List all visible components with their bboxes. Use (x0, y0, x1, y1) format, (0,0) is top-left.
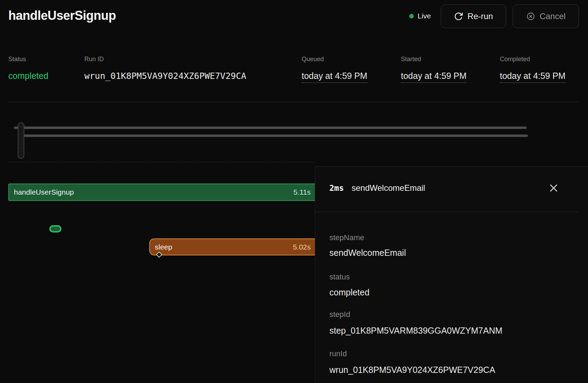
circle-x-icon (526, 12, 535, 21)
sleep-span-label: sleep (155, 243, 172, 251)
workflow-run-page: handleUserSignup Live Re-run Cancel Stat… (0, 0, 588, 383)
field-label-stepid: stepId (329, 310, 350, 319)
cancel-button[interactable]: Cancel (513, 5, 579, 28)
run-id-label: Run ID (84, 56, 104, 63)
minimap-divider (8, 162, 314, 162)
panel-close-button[interactable] (548, 181, 562, 195)
refresh-icon (454, 12, 463, 21)
rerun-label: Re-run (468, 11, 493, 21)
started-value: today at 4:59 PM (401, 71, 467, 83)
page-title: handleUserSignup (8, 8, 116, 23)
minimap-sleep-span-bar (20, 135, 528, 137)
field-value-runid: wrun_01K8PM5VA9Y024XZ6PWE7V29CA (329, 365, 495, 375)
live-dot-icon (409, 14, 414, 18)
root-span-label: handleUserSignup (14, 188, 74, 196)
sleep-span-bar[interactable]: sleep 5.02s (149, 238, 315, 255)
timeline-minimap[interactable] (0, 102, 588, 162)
queued-label: Queued (302, 56, 324, 63)
selected-step-pill[interactable] (49, 225, 61, 233)
started-label: Started (401, 56, 421, 63)
minimap-root-span-bar (14, 127, 527, 129)
root-span-duration: 5.11s (293, 188, 311, 196)
field-label-stepname: stepName (329, 233, 364, 242)
live-indicator: Live (409, 12, 431, 20)
field-value-stepname: sendWelcomeEmail (329, 248, 406, 258)
queued-value: today at 4:59 PM (302, 71, 367, 83)
completed-value: today at 4:59 PM (500, 71, 565, 83)
rerun-button[interactable]: Re-run (441, 5, 506, 28)
step-panel-title: sendWelcomeEmail (352, 183, 425, 193)
cancel-label: Cancel (540, 11, 566, 21)
step-duration-badge: 2ms (329, 184, 344, 193)
close-icon (548, 183, 562, 193)
run-id-value: wrun_01K8PM5VA9Y024XZ6PWE7V29CA (84, 71, 246, 81)
step-detail-panel: 2ms sendWelcomeEmail stepName sendWelcom… (315, 166, 588, 383)
sleep-span-duration: 5.02s (293, 243, 311, 251)
status-label: Status (8, 56, 26, 63)
panel-header-divider (315, 212, 579, 212)
live-label: Live (418, 12, 431, 20)
minimap-viewport-handle[interactable] (18, 122, 24, 159)
field-value-status: completed (329, 287, 369, 298)
completed-label: Completed (500, 56, 530, 63)
field-label-status: status (329, 272, 350, 282)
field-label-runid: runId (329, 349, 347, 358)
field-value-stepid: step_01K8PM5VARM839GGA0WZYM7ANM (329, 326, 502, 336)
root-span-bar[interactable]: handleUserSignup 5.11s (8, 184, 315, 201)
status-value: completed (8, 71, 48, 81)
